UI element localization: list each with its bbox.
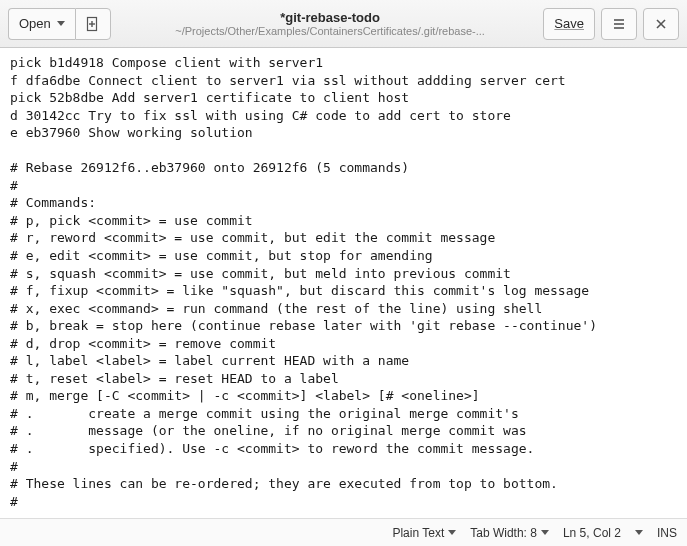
cursor-position-label: Ln 5, Col 2 xyxy=(563,526,621,540)
save-label: Save xyxy=(554,16,584,31)
text-editor[interactable]: pick b1d4918 Compose client with server1… xyxy=(0,48,687,518)
cursor-position[interactable]: Ln 5, Col 2 xyxy=(563,526,621,540)
window-title: *git-rebase-todo xyxy=(117,10,544,25)
insert-mode[interactable]: INS xyxy=(657,526,677,540)
title-area: *git-rebase-todo ~/Projects/Other/Exampl… xyxy=(117,10,544,37)
tab-width-label: Tab Width: 8 xyxy=(470,526,537,540)
insert-mode-label: INS xyxy=(657,526,677,540)
close-button[interactable] xyxy=(643,8,679,40)
chevron-down-icon xyxy=(635,530,643,535)
new-document-icon xyxy=(85,16,101,32)
window-subtitle: ~/Projects/Other/Examples/ContainersCert… xyxy=(150,25,510,37)
open-button[interactable]: Open xyxy=(8,8,75,40)
open-label: Open xyxy=(19,16,51,31)
open-group: Open xyxy=(8,8,111,40)
headerbar: Open *git-rebase-todo ~/Projects/Other/E… xyxy=(0,0,687,48)
save-button[interactable]: Save xyxy=(543,8,595,40)
new-document-button[interactable] xyxy=(75,8,111,40)
menu-button[interactable] xyxy=(601,8,637,40)
hamburger-icon xyxy=(611,16,627,32)
chevron-down-icon xyxy=(57,21,65,26)
tab-width-selector[interactable]: Tab Width: 8 xyxy=(470,526,549,540)
syntax-label: Plain Text xyxy=(392,526,444,540)
close-icon xyxy=(654,17,668,31)
chevron-down-icon xyxy=(541,530,549,535)
statusbar: Plain Text Tab Width: 8 Ln 5, Col 2 INS xyxy=(0,518,687,546)
chevron-down-icon xyxy=(448,530,456,535)
syntax-selector[interactable]: Plain Text xyxy=(392,526,456,540)
right-group: Save xyxy=(543,8,679,40)
